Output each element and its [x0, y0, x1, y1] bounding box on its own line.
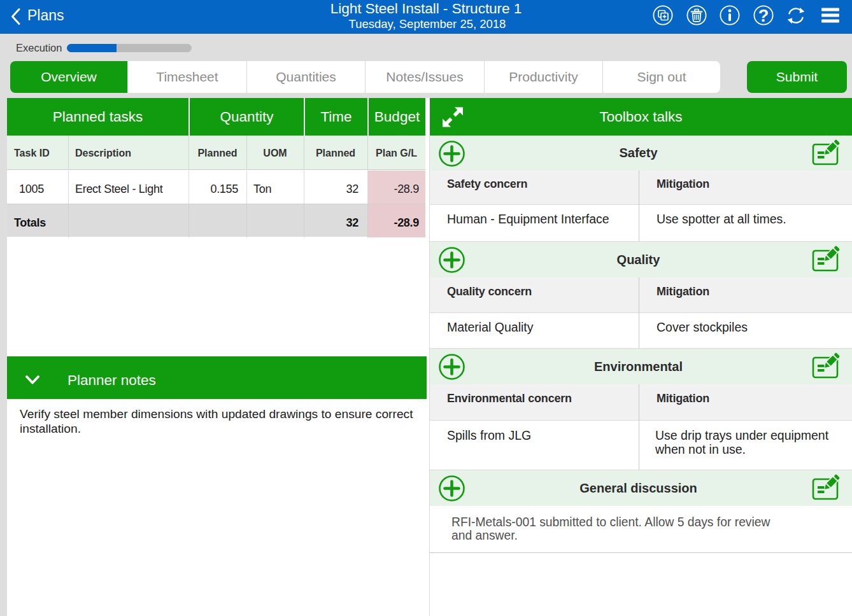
svg-text:?: ? — [758, 6, 769, 25]
